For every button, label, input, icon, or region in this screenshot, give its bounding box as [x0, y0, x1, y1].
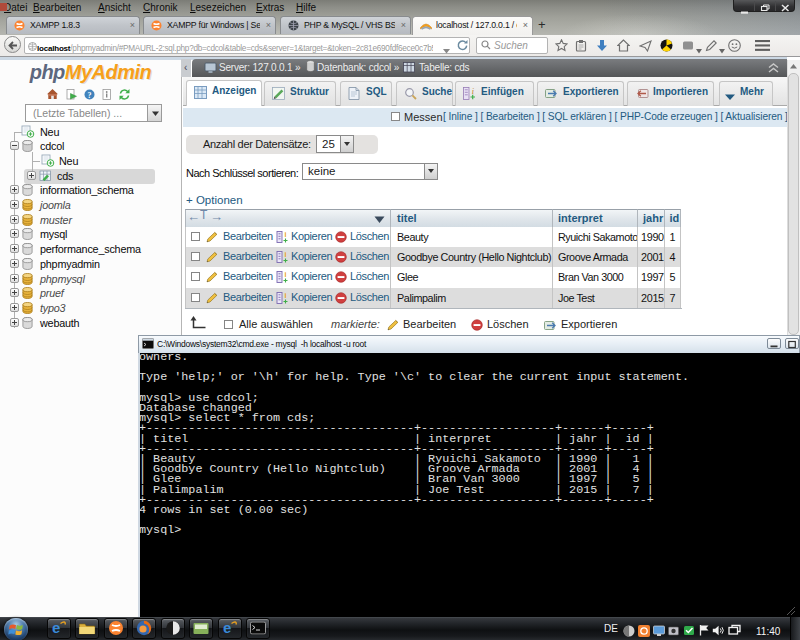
svg-text:e: e	[223, 620, 231, 636]
svg-text:e: e	[52, 620, 60, 636]
svg-text:i: i	[285, 271, 287, 278]
svg-text:i: i	[285, 251, 287, 258]
svg-text:i: i	[285, 292, 287, 299]
svg-text:?: ?	[88, 91, 92, 100]
svg-text:i: i	[472, 87, 474, 96]
svg-text:i: i	[285, 231, 287, 238]
